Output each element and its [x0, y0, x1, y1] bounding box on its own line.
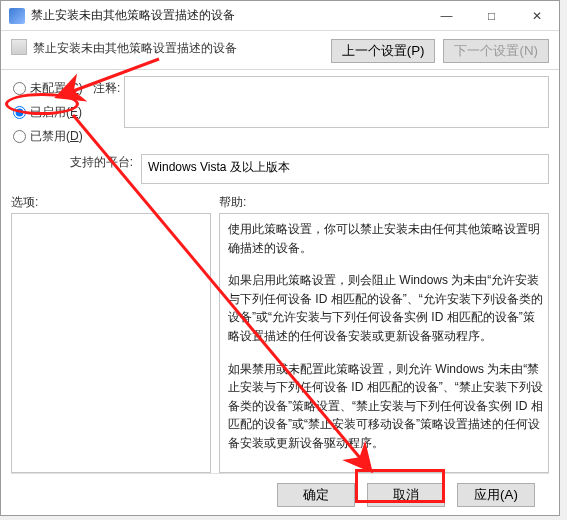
radio-not-configured[interactable]: 未配置(C) — [11, 76, 93, 100]
options-label: 选项: — [11, 194, 219, 211]
window-title: 禁止安装未由其他策略设置描述的设备 — [31, 7, 424, 24]
help-paragraph: 如果禁用或未配置此策略设置，则允许 Windows 为未由“禁止安装与下列任何设… — [228, 360, 544, 453]
radio-disabled-label: 已禁用(D) — [30, 128, 83, 145]
platform-label: 支持的平台: — [11, 154, 141, 171]
footer: 确定 取消 应用(A) — [11, 473, 549, 515]
nav-buttons: 上一个设置(P) 下一个设置(N) — [331, 39, 549, 63]
platform-field: Windows Vista 及以上版本 — [141, 154, 549, 184]
ok-button[interactable]: 确定 — [277, 483, 355, 507]
maximize-button[interactable]: □ — [469, 1, 514, 30]
window-controls: — □ ✕ — [424, 1, 559, 30]
cancel-button[interactable]: 取消 — [367, 483, 445, 507]
panels: 使用此策略设置，你可以禁止安装未由任何其他策略设置明确描述的设备。 如果启用此策… — [11, 213, 549, 473]
radio-group: 未配置(C) 已启用(E) 已禁用(D) — [11, 76, 93, 148]
help-paragraph: 如果启用此策略设置，则会阻止 Windows 为未由“允许安装与下列任何设备 I… — [228, 271, 544, 345]
mid-labels: 选项: 帮助: — [11, 194, 549, 211]
radio-enabled-label: 已启用(E) — [30, 104, 82, 121]
apply-label: 应用(A) — [474, 486, 518, 504]
radio-enabled-input[interactable] — [13, 106, 26, 119]
radio-not-configured-input[interactable] — [13, 82, 26, 95]
policy-icon — [11, 39, 27, 55]
subheader: 禁止安装未由其他策略设置描述的设备 上一个设置(P) 下一个设置(N) — [1, 31, 559, 70]
options-panel[interactable] — [11, 213, 211, 473]
help-paragraph: 使用此策略设置，你可以禁止安装未由任何其他策略设置明确描述的设备。 — [228, 220, 544, 257]
next-setting-button[interactable]: 下一个设置(N) — [443, 39, 549, 63]
comment-field[interactable] — [124, 76, 549, 128]
body-area: 未配置(C) 已启用(E) 已禁用(D) 注释: 支持的平台: Windows … — [1, 70, 559, 515]
platform-text: Windows Vista 及以上版本 — [148, 160, 290, 174]
cancel-label: 取消 — [393, 486, 419, 504]
help-label: 帮助: — [219, 194, 549, 211]
comment-label: 注释: — [93, 76, 120, 97]
next-setting-label: 下一个设置(N) — [454, 42, 538, 60]
config-row: 未配置(C) 已启用(E) 已禁用(D) 注释: — [11, 76, 549, 148]
app-icon — [9, 8, 25, 24]
help-panel[interactable]: 使用此策略设置，你可以禁止安装未由任何其他策略设置明确描述的设备。 如果启用此策… — [219, 213, 549, 473]
help-panel-wrap: 使用此策略设置，你可以禁止安装未由任何其他策略设置明确描述的设备。 如果启用此策… — [219, 213, 549, 473]
radio-disabled[interactable]: 已禁用(D) — [11, 124, 93, 148]
titlebar: 禁止安装未由其他策略设置描述的设备 — □ ✕ — [1, 1, 559, 31]
prev-setting-label: 上一个设置(P) — [342, 42, 425, 60]
prev-setting-button[interactable]: 上一个设置(P) — [331, 39, 436, 63]
policy-name: 禁止安装未由其他策略设置描述的设备 — [33, 39, 319, 57]
apply-button[interactable]: 应用(A) — [457, 483, 535, 507]
radio-enabled[interactable]: 已启用(E) — [11, 100, 93, 124]
radio-disabled-input[interactable] — [13, 130, 26, 143]
radio-not-configured-label: 未配置(C) — [30, 80, 83, 97]
policy-editor-window: 禁止安装未由其他策略设置描述的设备 — □ ✕ 禁止安装未由其他策略设置描述的设… — [0, 0, 560, 516]
close-button[interactable]: ✕ — [514, 1, 559, 30]
ok-label: 确定 — [303, 486, 329, 504]
minimize-button[interactable]: — — [424, 1, 469, 30]
platform-row: 支持的平台: Windows Vista 及以上版本 — [11, 154, 549, 184]
